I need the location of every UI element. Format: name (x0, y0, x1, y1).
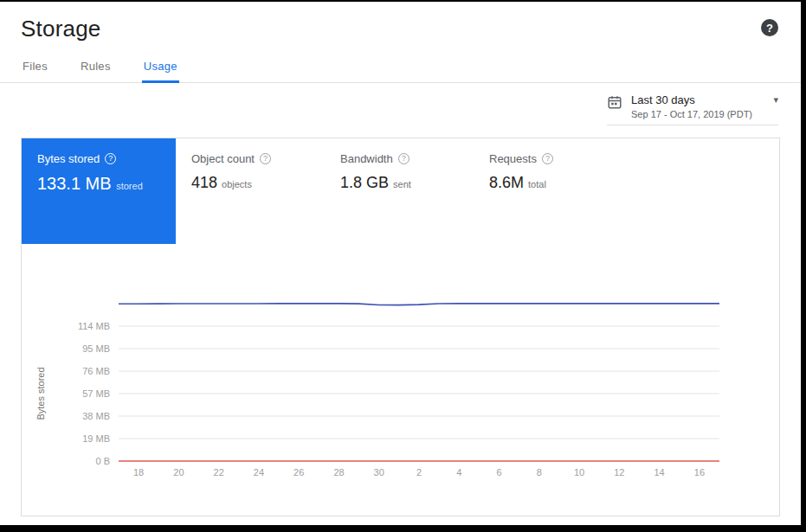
svg-text:38 MB: 38 MB (82, 411, 110, 421)
svg-text:8: 8 (537, 467, 542, 478)
svg-text:57 MB: 57 MB (82, 388, 110, 399)
metric-card-bytes-stored[interactable]: Bytes stored ? 133.1 MB stored (22, 138, 176, 244)
metric-label: Requests (489, 152, 537, 165)
metric-label: Bytes stored (37, 152, 100, 165)
usage-panel: Bytes stored ? 133.1 MB stored Object co… (21, 138, 780, 516)
date-range-picker[interactable]: Last 30 days ▾ Sep 17 - Oct 17, 2019 (PD… (607, 93, 778, 125)
calendar-icon (607, 94, 622, 110)
date-range-row: Last 30 days ▾ Sep 17 - Oct 17, 2019 (PD… (0, 83, 801, 125)
date-range-label: Last 30 days (631, 93, 695, 106)
svg-text:19 MB: 19 MB (82, 433, 110, 444)
svg-text:4: 4 (456, 467, 461, 478)
svg-text:0 B: 0 B (95, 456, 110, 466)
svg-text:2: 2 (416, 467, 422, 478)
svg-text:20: 20 (173, 467, 184, 478)
metric-unit: sent (393, 179, 411, 189)
tab-rules[interactable]: Rules (79, 53, 113, 82)
svg-text:Bytes stored: Bytes stored (35, 367, 46, 420)
chart-area: 0 B19 MB38 MB57 MB76 MB95 MB114 MBBytes … (22, 292, 779, 497)
svg-text:114 MB: 114 MB (78, 321, 110, 331)
svg-text:30: 30 (374, 467, 384, 478)
metric-unit: stored (116, 181, 143, 191)
metric-value: 418 (191, 174, 217, 191)
svg-text:26: 26 (293, 467, 304, 478)
svg-text:22: 22 (214, 467, 224, 478)
metric-value: 133.1 MB (37, 174, 112, 193)
metric-card-requests[interactable]: Requests ? 8.6M total (474, 138, 622, 206)
metric-card-object-count[interactable]: Object count ? 418 objects (176, 138, 325, 206)
page-header: Storage ? (0, 2, 801, 46)
svg-text:24: 24 (254, 467, 264, 478)
svg-text:76 MB: 76 MB (82, 366, 110, 376)
svg-text:14: 14 (654, 467, 664, 478)
svg-text:16: 16 (694, 467, 705, 478)
metric-label: Bandwidth (340, 152, 393, 165)
svg-text:18: 18 (133, 467, 144, 478)
chevron-down-icon: ▾ (773, 94, 778, 106)
help-button[interactable]: ? (761, 19, 778, 36)
metric-cards-row: Bytes stored ? 133.1 MB stored Object co… (22, 138, 779, 244)
help-icon[interactable]: ? (398, 153, 409, 164)
metric-card-bandwidth[interactable]: Bandwidth ? 1.8 GB sent (325, 138, 474, 206)
help-icon[interactable]: ? (542, 153, 553, 164)
help-icon[interactable]: ? (260, 153, 271, 164)
help-icon[interactable]: ? (105, 153, 116, 164)
svg-text:10: 10 (574, 467, 584, 478)
metric-unit: objects (222, 179, 252, 189)
tab-usage[interactable]: Usage (142, 53, 179, 83)
svg-text:95 MB: 95 MB (82, 343, 110, 354)
page-title: Storage (21, 16, 100, 42)
tab-files[interactable]: Files (21, 53, 49, 82)
date-range-detail: Sep 17 - Oct 17, 2019 (PDT) (631, 109, 778, 119)
svg-text:6: 6 (496, 467, 501, 478)
tab-bar: Files Rules Usage (0, 53, 801, 83)
metric-value: 1.8 GB (340, 174, 389, 191)
svg-text:12: 12 (614, 467, 624, 478)
usage-chart: 0 B19 MB38 MB57 MB76 MB95 MB114 MBBytes … (22, 292, 779, 493)
help-icon: ? (766, 22, 773, 35)
metric-label: Object count (191, 152, 255, 165)
svg-text:28: 28 (333, 467, 344, 478)
metric-unit: total (528, 179, 546, 189)
metric-value: 8.6M (489, 174, 524, 191)
